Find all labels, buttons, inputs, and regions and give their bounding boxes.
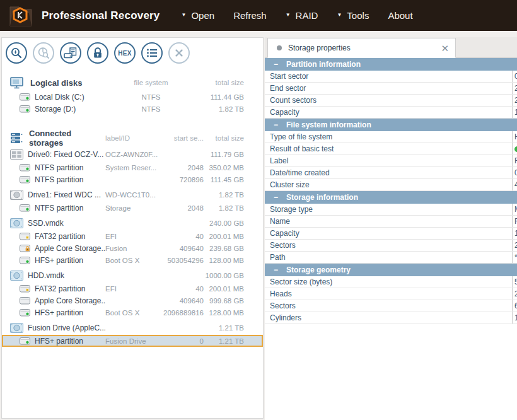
disk-file-system: NTFS — [118, 93, 184, 101]
property-row: Type of file systemH — [265, 131, 517, 143]
storage-start-sector: 503054296 — [160, 257, 204, 264]
menu-item-about[interactable]: About — [388, 10, 412, 21]
partition-icon — [20, 93, 30, 102]
storage-name: SSD.vmdk — [28, 219, 64, 228]
property-section-title: Storage geometry — [286, 265, 351, 274]
property-label: Path — [265, 252, 512, 263]
menu-item-refresh[interactable]: Refresh — [233, 10, 267, 21]
scan-button[interactable] — [33, 42, 54, 64]
storage-row[interactable]: Apple Core Storage...409640999.68 GB — [2, 295, 263, 306]
storage-name: Drive1: Fixed WDC ... — [28, 190, 101, 199]
property-row: Sectors6 — [265, 300, 517, 312]
collapse-icon[interactable]: − — [274, 193, 278, 202]
property-section-header[interactable]: −Storage information — [265, 191, 517, 204]
collapse-icon[interactable]: − — [274, 120, 278, 129]
property-row: Cylinders1 — [265, 312, 517, 324]
menu-item-label: Refresh — [233, 10, 267, 21]
search-button[interactable] — [6, 42, 27, 64]
menu-item-tools[interactable]: ▼Tools — [337, 10, 369, 21]
storage-row[interactable]: SSD.vmdk240.00 GB — [2, 216, 263, 230]
collapse-icon[interactable]: − — [274, 60, 278, 69]
menu-item-open[interactable]: ▼Open — [182, 10, 215, 21]
property-row: Path* — [265, 252, 517, 264]
property-row: NameF — [265, 216, 517, 228]
property-value: 2 — [512, 83, 517, 94]
storage-row[interactable]: HDD.vmdk1000.00 GB — [2, 269, 263, 283]
storage-row[interactable]: HFS+ partitionBoot OS X503054296128.00 M… — [2, 254, 263, 266]
storage-icon — [10, 271, 23, 281]
column-total-size: total size — [184, 79, 244, 86]
storage-start-sector: 2048 — [160, 204, 204, 212]
storage-name: Drive0: Fixed OCZ-V... — [28, 150, 103, 159]
hex-viewer-button[interactable]: HEX — [114, 42, 136, 64]
storage-row[interactable]: HFS+ partitionFusion Drive01.21 TB — [2, 335, 263, 347]
menu-item-label: Tools — [347, 10, 369, 21]
property-value: 1 — [512, 312, 517, 324]
property-row: End sector2 — [265, 83, 517, 95]
storage-label: EFI — [105, 285, 160, 293]
column-start-sector: start se... — [160, 134, 204, 142]
hex-icon: HEX — [118, 50, 131, 57]
storage-total-size: 1.21 TB — [204, 324, 244, 332]
menu-item-raid[interactable]: ▼RAID — [286, 10, 318, 21]
storage-name: NTFS partition — [35, 204, 83, 213]
storage-row[interactable]: NTFS partitionStorage20481.82 TB — [2, 202, 263, 214]
storage-row[interactable]: Apple Core Storage...Fusion409640239.68 … — [2, 242, 263, 254]
column-file-system: file system — [118, 79, 184, 86]
storage-tree-panel: HEX Logical disks file system total size… — [1, 37, 264, 419]
partition-icon — [20, 175, 30, 184]
property-value: 0 — [512, 167, 517, 178]
storage-row[interactable]: NTFS partitionSystem Reser...2048350.02 … — [2, 161, 263, 173]
logical-disk-row[interactable]: Local Disk (C:)NTFS111.44 GB — [2, 91, 263, 103]
property-label: Type of file system — [265, 131, 512, 143]
storage-icon — [10, 190, 23, 200]
property-label: Storage type — [265, 204, 512, 215]
property-value: 6 — [512, 300, 517, 312]
storage-row[interactable]: Drive0: Fixed OCZ-V...OCZ-AWNZ0F...111.7… — [2, 148, 263, 161]
open-image-button[interactable] — [60, 42, 81, 64]
decrypt-button[interactable] — [87, 42, 108, 64]
partition-icon — [20, 163, 30, 172]
property-label: Result of basic test — [265, 143, 512, 155]
tab-storage-properties[interactable]: Storage properties ✕ — [267, 38, 456, 58]
storage-row[interactable]: Fusion Drive (AppleC...1.21 TB — [2, 321, 263, 335]
storage-label: Boot OS X — [105, 309, 160, 317]
storage-row[interactable]: FAT32 partitionEFI40200.01 MB — [2, 230, 263, 242]
property-label: Name — [265, 216, 512, 227]
storage-row[interactable]: FAT32 partitionEFI40200.01 MB — [2, 283, 263, 295]
app-logo-icon — [6, 3, 34, 28]
partition-icon — [20, 204, 30, 213]
property-section-header[interactable]: −Storage geometry — [265, 264, 517, 276]
property-label: Start sector — [265, 71, 512, 82]
storage-start-sector: 409640 — [160, 297, 204, 305]
storage-start-sector: 40 — [160, 285, 204, 293]
property-label: End sector — [265, 83, 512, 94]
storage-label: OCZ-AWNZ0F... — [105, 151, 160, 158]
property-section-header[interactable]: −Partition information — [265, 58, 517, 71]
storage-start-sector: 409640 — [160, 245, 204, 252]
property-value: 2 — [512, 240, 517, 251]
menu-item-label: Open — [191, 10, 214, 21]
logical-disks-header: Logical disks file system total size — [2, 74, 263, 91]
property-row: Heads2 — [265, 288, 517, 300]
property-value: 1 — [512, 107, 517, 118]
storage-total-size: 128.00 MB — [204, 257, 244, 264]
property-value: 0 — [512, 71, 517, 82]
property-section-header[interactable]: −File system information — [265, 119, 517, 131]
storage-row[interactable]: HFS+ partitionBoot OS X2096889816128.00 … — [2, 306, 263, 318]
logical-disk-row[interactable]: Storage (D:)NTFS1.82 TB — [2, 103, 263, 115]
storage-total-size: 1000.00 GB — [204, 272, 244, 279]
close-button[interactable] — [168, 42, 190, 64]
property-value: F — [512, 216, 517, 227]
dropdown-arrow-icon: ▼ — [286, 12, 291, 18]
storage-start-sector: 2096889816 — [160, 309, 204, 317]
collapse-icon[interactable]: − — [274, 265, 278, 274]
property-section-title: Storage information — [286, 193, 358, 202]
property-label: Sectors — [265, 300, 512, 312]
storage-row[interactable]: Drive1: Fixed WDC ...WD-WCC1T0...1.82 TB — [2, 188, 263, 202]
disk-image-icon — [64, 47, 78, 59]
storage-row[interactable]: NTFS partition720896111.45 GB — [2, 173, 263, 185]
tab-close-icon[interactable]: ✕ — [441, 44, 449, 53]
properties-button[interactable] — [141, 42, 163, 64]
property-label: Sector size (bytes) — [265, 276, 512, 288]
